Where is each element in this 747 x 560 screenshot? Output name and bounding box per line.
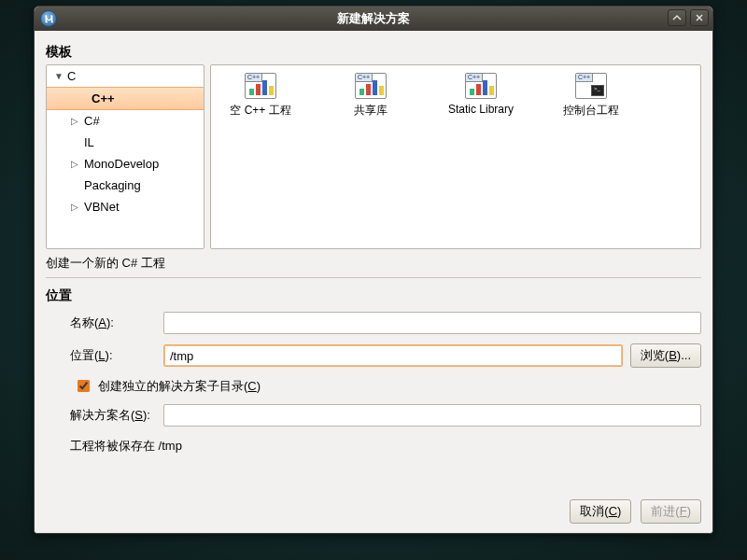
location-section-label: 位置 [46, 287, 701, 304]
template-empty-cpp[interactable]: C++ 空 C++ 工程 [218, 73, 303, 146]
cancel-button[interactable]: 取消(C) [570, 499, 631, 524]
window-title: 新建解决方案 [337, 10, 410, 27]
subdir-row: 创建独立的解决方案子目录(C) [46, 377, 701, 395]
expander-icon[interactable]: ▼ [54, 71, 65, 81]
expander-icon[interactable]: ▷ [71, 116, 82, 126]
tree-item-label: C [67, 69, 76, 83]
template-console[interactable]: C++ 控制台工程 [549, 73, 633, 146]
tree-item-csharp[interactable]: ▷ C# [47, 110, 204, 132]
project-icon: C++ [575, 73, 607, 99]
location-form: 名称(A): 位置(L): 浏览(B)... 创建独立的解决方案子目录(C) 解… [46, 308, 701, 458]
save-hint: 工程将被保存在 /tmp [46, 438, 701, 455]
template-shared-lib[interactable]: C++ 共享库 [329, 73, 413, 146]
project-icon: C++ [465, 73, 497, 99]
dialog-footer: 取消(C) 前进(F) [46, 494, 701, 524]
tree-item-label: MonoDevelop [84, 157, 159, 171]
subdir-checkbox[interactable] [78, 380, 90, 392]
tree-item-label: VBNet [84, 200, 120, 214]
name-row: 名称(A): [46, 312, 701, 334]
separator [46, 277, 701, 278]
tree-item-vbnet[interactable]: ▷ VBNet [47, 196, 204, 217]
project-icon: C++ [355, 73, 387, 99]
name-label: 名称(A): [46, 315, 156, 331]
close-button[interactable] [690, 9, 709, 26]
dialog-window: 新建解决方案 模板 ▼ C C++ ▷ C# [34, 6, 713, 534]
forward-button[interactable]: 前进(F) [641, 499, 701, 524]
close-icon [695, 14, 704, 21]
chevron-up-icon [672, 14, 682, 21]
location-input[interactable] [163, 344, 623, 367]
location-label: 位置(L): [46, 347, 156, 364]
solution-label: 解决方案名(S): [46, 407, 156, 424]
browse-button[interactable]: 浏览(B)... [630, 343, 701, 368]
template-label: 控制台工程 [563, 103, 619, 119]
solution-input[interactable] [163, 404, 701, 427]
template-row: ▼ C C++ ▷ C# IL ▷ MonoDevelop [46, 64, 701, 249]
template-description: 创建一个新的 C# 工程 [46, 255, 701, 272]
category-tree[interactable]: ▼ C C++ ▷ C# IL ▷ MonoDevelop [46, 64, 204, 249]
template-section-label: 模板 [46, 44, 701, 61]
terminal-icon [591, 85, 604, 96]
app-icon [40, 10, 57, 27]
tree-item-il[interactable]: IL [47, 132, 204, 153]
expander-icon[interactable]: ▷ [71, 202, 82, 212]
location-row: 位置(L): 浏览(B)... [46, 343, 701, 368]
minimize-button[interactable] [668, 9, 686, 26]
tree-item-packaging[interactable]: Packaging [47, 175, 204, 196]
template-label: Static Library [448, 103, 514, 116]
template-label: 共享库 [354, 103, 388, 119]
tree-item-cpp[interactable]: C++ [47, 87, 204, 110]
subdir-label[interactable]: 创建独立的解决方案子目录(C) [98, 378, 261, 395]
tree-item-monodevelop[interactable]: ▷ MonoDevelop [47, 153, 204, 175]
tree-item-label: C++ [92, 91, 115, 105]
template-static-lib[interactable]: C++ Static Library [439, 73, 523, 146]
tree-item-label: Packaging [84, 178, 141, 192]
tree-item-c[interactable]: ▼ C [47, 65, 204, 87]
project-icon: C++ [245, 73, 276, 99]
tree-item-label: C# [84, 114, 100, 128]
template-label: 空 C++ 工程 [230, 103, 290, 119]
solution-row: 解决方案名(S): [46, 404, 701, 427]
titlebar-buttons [668, 9, 709, 26]
tree-item-label: IL [84, 135, 94, 149]
titlebar[interactable]: 新建解决方案 [35, 7, 712, 31]
templates-pane: C++ 空 C++ 工程 C++ 共享库 C++ [210, 64, 701, 249]
dialog-content: 模板 ▼ C C++ ▷ C# IL ▷ MonoD [35, 31, 712, 533]
name-input[interactable] [163, 312, 701, 334]
expander-icon[interactable]: ▷ [71, 159, 82, 169]
